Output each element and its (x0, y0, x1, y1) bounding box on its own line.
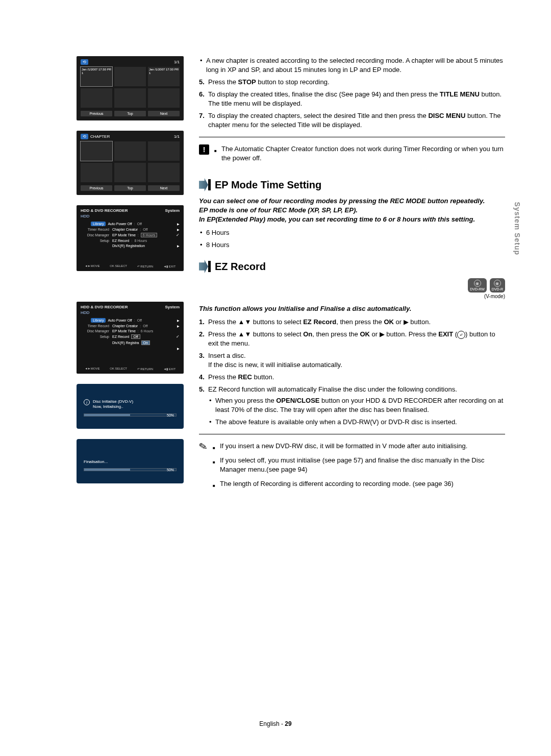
check-icon: ✓ (176, 334, 180, 339)
footer-move: ◄►MOVE (85, 367, 100, 371)
menu-row: ▶ (77, 346, 184, 351)
menu-row: DivX(R) Registration ▶ (77, 243, 184, 248)
chevron-right-icon: ▶ (177, 347, 180, 350)
setting-value: Off (137, 319, 142, 322)
final-progress-bar: 50% (84, 468, 177, 471)
side-tab: System Setup (513, 202, 521, 255)
back-badge-icon: ⟲ (81, 134, 88, 139)
instruction-step: 5.EZ Record function will automatically … (199, 385, 505, 427)
menu-row: Setup EZ Record :8 Hours (77, 238, 184, 243)
menu-row: Timer Record Chapter Creator :Off ▶ (77, 227, 184, 232)
thumb-cell (114, 163, 146, 182)
chevron-right-icon: ▶ (177, 244, 180, 248)
page-indicator: 1/1 (174, 60, 180, 64)
chapter-thumb-panel: ⟲ CHAPTER 1/1 Previous Top Next (77, 131, 184, 195)
sub-bullet: The above feature is available only when… (208, 418, 505, 427)
exit-circle-icon: ⤶ (457, 331, 465, 339)
thumb-top-button[interactable]: Top (114, 185, 146, 191)
setting-label: EZ Record (112, 335, 129, 338)
footer-exit: ◄▮ EXIT (163, 264, 176, 268)
dropdown-option: Off (131, 334, 140, 339)
media-badge-dvdrw: ◉ DVD-RW (468, 278, 487, 292)
menu-row: DivX(R) Registra On (77, 339, 184, 346)
intro-bullet: A new chapter is created according to th… (199, 56, 505, 75)
disc-icon: ◉ (474, 280, 481, 287)
section-bar-icon (208, 179, 211, 190)
page-indicator: 1/1 (174, 134, 180, 139)
footer-select: OK SELECT (110, 367, 127, 371)
instruction-step: 1.Press the ▲▼ buttons to select EZ Reco… (199, 318, 505, 327)
system-menu-ep-mode: HDD & DVD RECORDER System HDD Library Au… (77, 205, 184, 271)
chevron-right-icon: ▶ (177, 324, 180, 328)
dropdown-option: On (141, 340, 150, 345)
tip-note: If you select off, you must initialise (… (213, 456, 505, 474)
thumb-cell (148, 88, 180, 108)
menu-nav-item: Timer Record (81, 324, 112, 328)
title-thumb-panel: ⟲ 1/1 Jan /1/2007 17:30 PR 1 Jan /1/2007… (77, 56, 184, 120)
init-progress-bar: 50% (84, 413, 177, 417)
thumb-cell (148, 141, 180, 161)
thumb-prev-button[interactable]: Previous (81, 185, 112, 191)
menu-nav-item: Library (91, 318, 106, 323)
menu-row: Setup EZ Record Off✓ (77, 333, 184, 339)
setting-label: EP Mode Time (112, 329, 136, 333)
footer-move: ◄►MOVE (85, 264, 100, 268)
section-bar-icon (208, 261, 211, 272)
system-menu-ez-record: HDD & DVD RECORDER System HDD Library Au… (77, 302, 184, 374)
check-icon: ✓ (176, 233, 180, 237)
disc-initialise-panel: i Disc Initialise (DVD-V) Now, Initialis… (77, 384, 184, 429)
setting-label: Chapter Creator (112, 324, 138, 328)
menu-section: System (165, 305, 180, 309)
thumb-cell (81, 163, 112, 182)
final-progress-pct: 50% (167, 468, 174, 472)
media-badge-dvdr: ◉ DVD-R (490, 278, 505, 292)
instruction-step: 2.Press the ▲▼ buttons to select On, the… (199, 330, 505, 348)
media-caption: (V-mode) (199, 294, 505, 299)
footer-return: ↶ RETURN (137, 367, 154, 371)
section-arrow-icon (199, 178, 208, 191)
section-arrow-icon (199, 260, 208, 273)
thumb-next-button[interactable]: Next (148, 111, 180, 116)
thumb-cell: Jan /1/2007 17:30 PR 1 (81, 67, 112, 86)
menu-nav-item: Setup (81, 239, 112, 242)
separator (199, 434, 505, 434)
setting-value: 8 Hours (134, 239, 147, 242)
media-badges: ◉ DVD-RW ◉ DVD-R (199, 278, 505, 292)
menu-sub: HDD (77, 214, 184, 221)
instruction-step: 7.To display the created chapters, selec… (199, 111, 505, 130)
menu-sub: HDD (77, 310, 184, 317)
chapter-label: CHAPTER (90, 134, 110, 139)
thumb-cell (114, 67, 146, 86)
instruction-step: 4.Press the REC button. (199, 373, 505, 382)
left-column: ⟲ 1/1 Jan /1/2007 17:30 PR 1 Jan /1/2007… (77, 56, 184, 497)
thumb-top-button[interactable]: Top (114, 111, 146, 116)
back-badge-icon: ⟲ (81, 59, 88, 65)
chevron-right-icon: ▶ (177, 228, 180, 231)
menu-row: Disc Manager EP Mode Time :6 Hours (77, 328, 184, 333)
thumb-cell (81, 141, 112, 161)
section-intro: You can select one of four recording mod… (199, 197, 505, 224)
menu-row: Library Auto Power Off :Off ▶ (77, 317, 184, 323)
right-column: A new chapter is created according to th… (199, 56, 505, 497)
setting-label: EP Mode Time (112, 233, 136, 237)
ep-option: 8 Hours (199, 240, 505, 250)
menu-row: Library Auto Power Off :Off ▶ (77, 221, 184, 227)
footer-exit: ◄▮ EXIT (163, 367, 176, 371)
instruction-step: 5.Press the STOP button to stop recordin… (199, 78, 505, 87)
chevron-right-icon: ▶ (177, 319, 180, 322)
alert-icon: ! (199, 144, 209, 155)
info-icon: i (84, 399, 90, 405)
tip-note: If you insert a new DVD-RW disc, it will… (213, 442, 505, 451)
setting-value: Off (143, 228, 147, 231)
setting-value: Off (143, 324, 147, 328)
init-progress-pct: 50% (167, 413, 174, 417)
ep-option: 6 Hours (199, 228, 505, 237)
section-intro: This function allows you Initialise and … (199, 304, 505, 313)
instruction-step: 3.Insert a disc.If the disc is new, it w… (199, 351, 505, 370)
thumb-next-button[interactable]: Next (148, 185, 180, 191)
thumb-prev-button[interactable]: Previous (81, 111, 112, 116)
final-text: Finalisation... (84, 459, 177, 464)
sub-bullet: When you press the OPEN/CLOSE button on … (208, 396, 505, 414)
setting-value: Off (137, 222, 142, 226)
section-title: EZ Record (215, 261, 266, 273)
